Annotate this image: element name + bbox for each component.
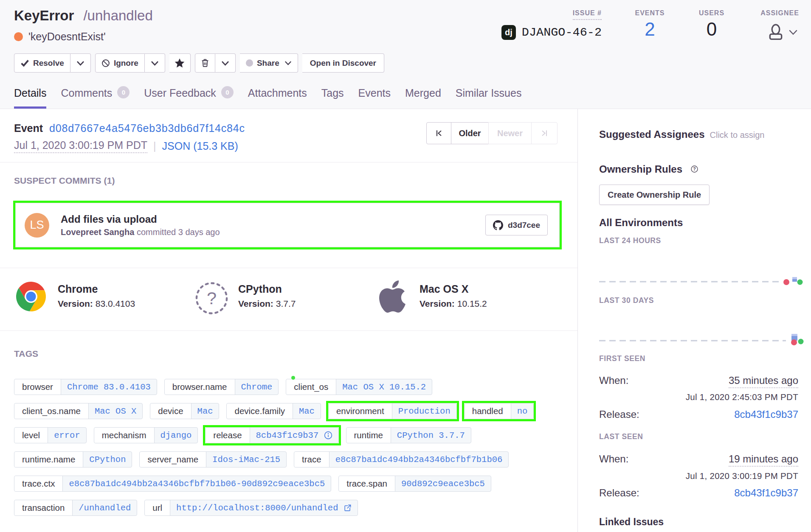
svg-text:?: ? [693,166,696,171]
svg-text:?: ? [207,288,217,308]
